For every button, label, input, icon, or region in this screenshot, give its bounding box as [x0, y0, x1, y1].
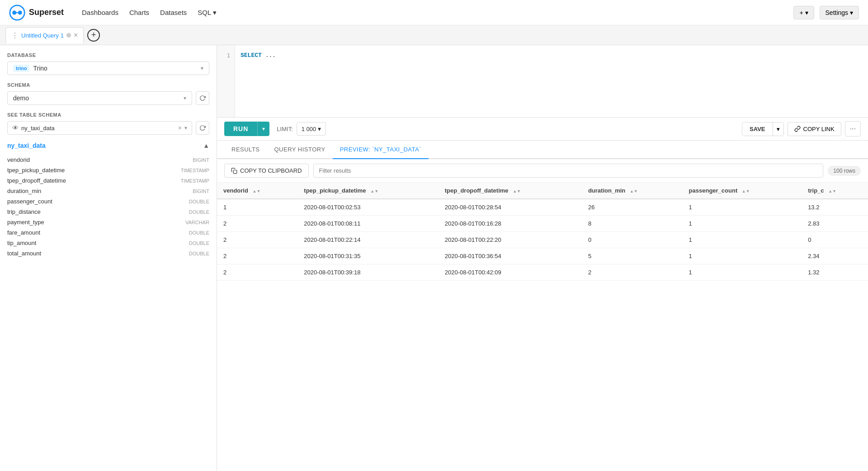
- schema-select[interactable]: demo ▾: [7, 91, 192, 105]
- results-area: RESULTS QUERY HISTORY PREVIEW: `NY_TAXI_…: [217, 141, 868, 471]
- run-button[interactable]: RUN: [224, 122, 257, 136]
- result-tabs: RESULTS QUERY HISTORY PREVIEW: `NY_TAXI_…: [217, 141, 868, 159]
- data-table: vendorid ▲▼ tpep_pickup_datetime ▲▼ tpep…: [217, 183, 868, 281]
- cell-tripc: 2.83: [802, 216, 868, 232]
- result-actions: COPY TO CLIPBOARD 100 rows: [217, 159, 868, 183]
- schema-refresh-button[interactable]: [196, 91, 209, 105]
- database-select[interactable]: trino Trino ▾: [7, 61, 209, 75]
- sort-icon: ▲▼: [253, 189, 261, 193]
- schema-label: SCHEMA: [7, 82, 209, 88]
- logo-text: Superset: [29, 8, 64, 17]
- sort-icon: ▲▼: [742, 189, 750, 193]
- table-header-row: vendorid ▲▼ tpep_pickup_datetime ▲▼ tpep…: [217, 183, 868, 199]
- table-tag-chevron-icon: ▾: [184, 125, 187, 131]
- col-tripc[interactable]: trip_c ▲▼: [802, 183, 868, 199]
- nav-sql[interactable]: SQL ▾: [198, 7, 217, 19]
- col-passengers[interactable]: passenger_count ▲▼: [683, 183, 802, 199]
- cell-dropoff: 2020-08-01T00:36:54: [439, 248, 582, 264]
- nav-charts[interactable]: Charts: [129, 7, 149, 18]
- limit-chevron-icon: ▾: [318, 125, 321, 132]
- column-type: DOUBLE: [189, 230, 209, 236]
- save-dropdown-button[interactable]: ▾: [773, 122, 783, 136]
- tab-drag-handle: ⋮: [11, 31, 19, 40]
- sort-icon: ▲▼: [370, 189, 378, 193]
- table-tag-close[interactable]: ×: [178, 124, 182, 132]
- col-dropoff[interactable]: tpep_dropoff_datetime ▲▼: [439, 183, 582, 199]
- save-button-group: SAVE ▾: [742, 122, 783, 136]
- cell-dropoff: 2020-08-01T00:28:54: [439, 199, 582, 216]
- db-chevron-icon: ▾: [201, 65, 203, 71]
- cell-duration: 5: [582, 248, 683, 264]
- cell-vendorid: 2: [217, 264, 297, 281]
- column-name: tip_amount: [7, 240, 36, 246]
- code-editor[interactable]: SELECT ...: [235, 45, 868, 117]
- copy-clipboard-button[interactable]: COPY TO CLIPBOARD: [224, 164, 309, 178]
- cell-pickup: 2020-08-01T00:31:35: [297, 248, 438, 264]
- cell-pickup: 2020-08-01T00:39:18: [297, 264, 438, 281]
- cell-pickup: 2020-08-01T00:02:53: [297, 199, 438, 216]
- table-tag-name: ny_taxi_data: [21, 125, 55, 132]
- table-name-header: ny_taxi_data ▲: [7, 142, 209, 149]
- schema-chevron-icon: ▾: [184, 95, 186, 101]
- query-tab[interactable]: ⋮ Untitled Query 1 ×: [5, 27, 84, 43]
- cell-passengers: 1: [683, 232, 802, 248]
- more-options-button[interactable]: ···: [845, 121, 861, 137]
- svg-rect-4: [233, 170, 237, 174]
- column-type: DOUBLE: [189, 209, 209, 215]
- cell-pickup: 2020-08-01T00:22:14: [297, 232, 438, 248]
- col-pickup[interactable]: tpep_pickup_datetime ▲▼: [297, 183, 438, 199]
- cell-tripc: 2.34: [802, 248, 868, 264]
- column-type: DOUBLE: [189, 240, 209, 246]
- column-type: BIGINT: [193, 188, 209, 194]
- table-tag[interactable]: 👁 ny_taxi_data × ▾: [7, 121, 192, 135]
- column-name: vendorid: [7, 156, 30, 163]
- right-panel: 1 SELECT ... RUN ▾ LIMIT: 1 000 ▾: [217, 45, 868, 471]
- tab-query-history[interactable]: QUERY HISTORY: [267, 141, 333, 159]
- nav-right: + ▾ Settings ▾: [793, 6, 859, 19]
- toolbar-row: RUN ▾ LIMIT: 1 000 ▾ SAVE ▾ COPY LINK: [217, 118, 868, 141]
- table-row: 2 2020-08-01T00:22:14 2020-08-01T00:22:2…: [217, 232, 868, 248]
- table-name[interactable]: ny_taxi_data: [7, 142, 46, 149]
- cell-passengers: 1: [683, 248, 802, 264]
- column-name: trip_distance: [7, 208, 41, 215]
- tab-close-button[interactable]: ×: [74, 32, 78, 39]
- nav-datasets[interactable]: Datasets: [160, 7, 187, 18]
- sidebar: DATABASE trino Trino ▾ SCHEMA demo ▾ SEE…: [0, 45, 217, 471]
- add-tab-button[interactable]: +: [87, 29, 100, 42]
- filter-input[interactable]: [313, 164, 824, 178]
- table-row: 2 2020-08-01T00:39:18 2020-08-01T00:42:0…: [217, 264, 868, 281]
- table-body: 1 2020-08-01T00:02:53 2020-08-01T00:28:5…: [217, 199, 868, 281]
- db-badge: trino: [13, 65, 29, 72]
- column-row: tpep_dropoff_datetimeTIMESTAMP: [7, 175, 209, 186]
- limit-label: LIMIT:: [277, 126, 292, 132]
- col-vendorid[interactable]: vendorid ▲▼: [217, 183, 297, 199]
- cell-pickup: 2020-08-01T00:08:11: [297, 216, 438, 232]
- run-dropdown-button[interactable]: ▾: [257, 122, 269, 136]
- column-row: tpep_pickup_datetimeTIMESTAMP: [7, 165, 209, 175]
- tab-preview[interactable]: PREVIEW: `NY_TAXI_DATA`: [333, 141, 429, 159]
- table-refresh-button[interactable]: [196, 121, 209, 135]
- column-name: total_amount: [7, 250, 41, 257]
- clipboard-icon: [231, 168, 237, 174]
- column-name: passenger_count: [7, 198, 52, 205]
- column-row: fare_amountDOUBLE: [7, 227, 209, 238]
- sort-icon: ▲▼: [828, 189, 836, 193]
- save-button[interactable]: SAVE: [742, 122, 772, 136]
- column-type: TIMESTAMP: [181, 178, 209, 184]
- settings-button[interactable]: Settings ▾: [820, 6, 859, 19]
- nav-dashboards[interactable]: Dashboards: [82, 7, 118, 18]
- cell-passengers: 1: [683, 216, 802, 232]
- tab-results[interactable]: RESULTS: [224, 141, 267, 159]
- editor-area[interactable]: 1 SELECT ...: [217, 45, 868, 118]
- copy-link-button[interactable]: COPY LINK: [788, 122, 841, 136]
- plus-button[interactable]: + ▾: [793, 6, 814, 19]
- cell-duration: 2: [582, 264, 683, 281]
- cell-passengers: 1: [683, 199, 802, 216]
- collapse-button[interactable]: ▲: [203, 142, 209, 149]
- limit-select[interactable]: 1 000 ▾: [297, 122, 326, 136]
- column-type: TIMESTAMP: [181, 168, 209, 173]
- col-duration[interactable]: duration_min ▲▼: [582, 183, 683, 199]
- schema-section: demo ▾: [7, 91, 209, 105]
- logo: Superset: [9, 5, 64, 21]
- data-table-wrap: vendorid ▲▼ tpep_pickup_datetime ▲▼ tpep…: [217, 183, 868, 471]
